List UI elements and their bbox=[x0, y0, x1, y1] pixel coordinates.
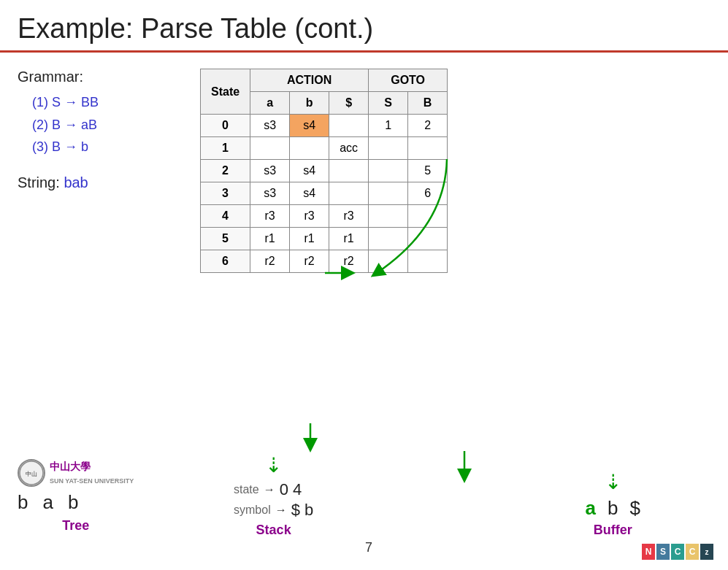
stack-label: Stack bbox=[234, 523, 313, 538]
buffer-sym-dollar: $ bbox=[630, 497, 640, 520]
table-row: 5r1r1r1 bbox=[201, 228, 448, 250]
tree-sym-b: b bbox=[18, 491, 28, 514]
page-title: Example: Parse Table (cont.) bbox=[18, 13, 710, 45]
table-cell: s3 bbox=[250, 115, 290, 137]
table-cell bbox=[369, 250, 408, 273]
university-name: 中山大學SUN YAT-SEN UNIVERSITY bbox=[50, 461, 134, 485]
page-header: Example: Parse Table (cont.) bbox=[0, 0, 728, 53]
col-a-header: a bbox=[250, 92, 290, 115]
table-row: 0s3s412 bbox=[201, 115, 448, 137]
nscc-z: z bbox=[700, 544, 713, 560]
tree-area: 中山 中山大學SUN YAT-SEN UNIVERSITY b a b Tree bbox=[18, 459, 134, 534]
stack-symbol-values: $ b bbox=[291, 501, 314, 520]
state-header: State bbox=[201, 69, 250, 115]
table-cell: 6 bbox=[408, 182, 448, 205]
nscc-n: N bbox=[642, 544, 655, 560]
table-cell: 4 bbox=[201, 205, 250, 228]
table-cell: r3 bbox=[290, 205, 329, 228]
table-cell: s3 bbox=[250, 160, 290, 182]
stack-symbol-row: symbol → $ b bbox=[234, 501, 313, 520]
table-cell: 2 bbox=[201, 160, 250, 182]
buffer-down-arrow-icon: ⇣ bbox=[586, 470, 640, 494]
parse-table: State ACTION GOTO a b $ S B 0s3s4121acc2… bbox=[200, 69, 448, 273]
tree-label: Tree bbox=[18, 518, 134, 534]
table-cell: r2 bbox=[290, 250, 329, 273]
table-cell: r1 bbox=[250, 228, 290, 250]
grammar-rule-2: (2) B → aB bbox=[32, 114, 178, 136]
table-cell: acc bbox=[329, 137, 369, 160]
buffer-sym-a: a bbox=[586, 497, 596, 520]
string-label: String: bab bbox=[18, 174, 178, 191]
table-cell bbox=[329, 182, 369, 205]
table-cell bbox=[408, 228, 448, 250]
table-cell: r2 bbox=[250, 250, 290, 273]
table-cell bbox=[369, 137, 408, 160]
table-cell: r3 bbox=[250, 205, 290, 228]
table-row: 3s3s46 bbox=[201, 182, 448, 205]
tree-sym-b2: b bbox=[68, 491, 78, 514]
table-cell bbox=[369, 205, 408, 228]
col-b-header: b bbox=[290, 92, 329, 115]
table-cell: r2 bbox=[329, 250, 369, 273]
grammar-rule-3: (3) B → b bbox=[32, 136, 178, 158]
col-b-goto-header: B bbox=[408, 92, 448, 115]
table-row: 6r2r2r2 bbox=[201, 250, 448, 273]
table-cell bbox=[369, 228, 408, 250]
col-s-header: S bbox=[369, 92, 408, 115]
table-cell bbox=[369, 182, 408, 205]
table-cell: 3 bbox=[201, 182, 250, 205]
grammar-title: Grammar: bbox=[18, 69, 178, 85]
table-cell: s3 bbox=[250, 182, 290, 205]
table-cell: 5 bbox=[201, 228, 250, 250]
tree-sym-a: a bbox=[42, 491, 53, 514]
tree-symbols: b a b bbox=[18, 491, 134, 514]
stack-down-arrow-icon: ⇣ bbox=[234, 453, 313, 477]
buffer-symbols: a b $ bbox=[586, 497, 640, 520]
table-cell: r1 bbox=[329, 228, 369, 250]
stack-symbol-label: symbol bbox=[234, 504, 271, 517]
table-row: 2s3s45 bbox=[201, 160, 448, 182]
table-cell bbox=[408, 137, 448, 160]
stack-state-row: state → 0 4 bbox=[234, 480, 313, 499]
table-cell: 1 bbox=[201, 137, 250, 160]
stack-state-values: 0 4 bbox=[280, 480, 302, 499]
table-cell: 0 bbox=[201, 115, 250, 137]
table-row: 4r3r3r3 bbox=[201, 205, 448, 228]
table-cell: 1 bbox=[369, 115, 408, 137]
stack-symbol-arrow: → bbox=[275, 504, 287, 517]
table-cell: r1 bbox=[290, 228, 329, 250]
table-cell bbox=[250, 137, 290, 160]
table-cell: s4 bbox=[290, 115, 329, 137]
action-header: ACTION bbox=[250, 69, 369, 92]
table-cell bbox=[290, 137, 329, 160]
table-cell bbox=[408, 205, 448, 228]
parse-table-container: State ACTION GOTO a b $ S B 0s3s4121acc2… bbox=[200, 69, 448, 273]
buffer-area: ⇣ a b $ Buffer bbox=[586, 470, 640, 538]
table-cell bbox=[329, 160, 369, 182]
nscc-logo: N S C C z bbox=[642, 544, 713, 560]
table-cell: 5 bbox=[408, 160, 448, 182]
table-cell: 6 bbox=[201, 250, 250, 273]
left-panel: Grammar: (1) S → BB (2) B → aB (3) B → b… bbox=[18, 66, 178, 273]
buffer-sym-b: b bbox=[608, 497, 618, 520]
nscc-c2: C bbox=[686, 544, 699, 560]
stack-state-label: state bbox=[234, 483, 259, 496]
main-content: Grammar: (1) S → BB (2) B → aB (3) B → b… bbox=[0, 53, 728, 273]
nscc-c: C bbox=[671, 544, 684, 560]
stack-area: ⇣ state → 0 4 symbol → $ b Stack bbox=[234, 453, 313, 538]
goto-header: GOTO bbox=[369, 69, 448, 92]
university-logo: 中山 bbox=[18, 459, 45, 487]
grammar-rule-1: (1) S → BB bbox=[32, 91, 178, 114]
page-number: 7 bbox=[365, 540, 372, 555]
table-cell: 2 bbox=[408, 115, 448, 137]
svg-text:中山: 中山 bbox=[26, 471, 37, 477]
col-dollar-header: $ bbox=[329, 92, 369, 115]
table-cell bbox=[408, 250, 448, 273]
table-row: 1acc bbox=[201, 137, 448, 160]
string-value: bab bbox=[64, 174, 88, 190]
table-cell bbox=[329, 115, 369, 137]
buffer-label: Buffer bbox=[586, 523, 640, 538]
stack-state-arrow: → bbox=[264, 483, 275, 496]
nscc-s: S bbox=[656, 544, 670, 560]
table-cell bbox=[369, 160, 408, 182]
